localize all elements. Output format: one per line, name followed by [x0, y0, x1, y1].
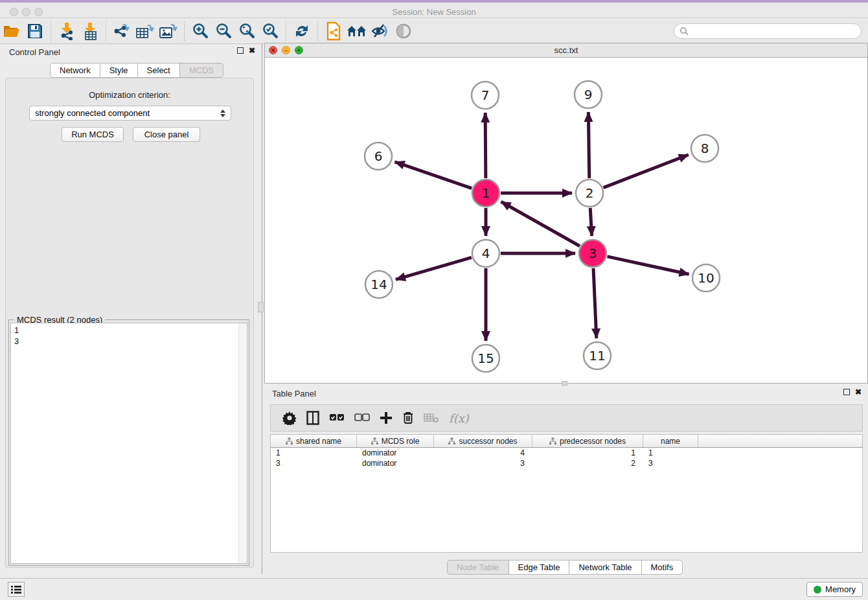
deselect-all-icon[interactable] — [354, 410, 370, 426]
table-cell[interactable]: dominator — [357, 458, 434, 468]
import-table-icon[interactable] — [78, 21, 102, 41]
close-panel-icon[interactable]: ✖ — [249, 47, 255, 54]
column-header-mcds-role[interactable]: MCDS role — [357, 435, 434, 447]
column-header-name[interactable]: name — [643, 435, 698, 447]
graph-edge-2-3[interactable] — [590, 208, 591, 236]
panel-divider-handle[interactable] — [258, 302, 264, 312]
select-all-icon[interactable] — [329, 410, 345, 426]
tab-edge-table[interactable]: Edge Table — [509, 560, 570, 575]
search-input[interactable] — [674, 23, 862, 39]
zoom-in-icon[interactable] — [188, 21, 212, 41]
graph-node-4[interactable]: 4 — [472, 240, 499, 267]
column-header-successor-nodes[interactable]: successor nodes — [434, 435, 532, 447]
hide-selected-icon[interactable] — [369, 21, 392, 41]
run-mcds-button[interactable]: Run MCDS — [62, 127, 124, 142]
tab-select[interactable]: Select — [138, 63, 180, 78]
table-cell[interactable]: 1 — [532, 448, 643, 458]
network-splitter-handle[interactable] — [562, 381, 567, 386]
float-panel-icon[interactable] — [237, 47, 244, 54]
graph-node-2[interactable]: 2 — [576, 179, 603, 207]
graph-node-9[interactable]: 9 — [575, 81, 602, 108]
column-header-shared-name[interactable]: shared name — [271, 435, 357, 447]
graph-edge-1-6[interactable] — [395, 162, 472, 189]
table-cell[interactable]: dominator — [357, 448, 434, 458]
column-header-filler — [698, 435, 862, 447]
task-history-button[interactable] — [8, 582, 25, 597]
graph-edge-2-9[interactable] — [588, 112, 589, 178]
zoom-selected-icon[interactable] — [258, 21, 282, 41]
network-window-titlebar[interactable]: ✕ – + scc.txt — [265, 43, 867, 58]
graph-node-6[interactable]: 6 — [365, 143, 392, 170]
table-cell[interactable]: 3 — [434, 458, 532, 468]
close-panel-button[interactable]: Close panel — [133, 127, 200, 142]
graph-node-7[interactable]: 7 — [472, 82, 499, 109]
float-table-panel-icon[interactable] — [843, 389, 850, 395]
svg-text:8: 8 — [701, 141, 709, 156]
delete-row-icon[interactable] — [402, 410, 414, 426]
open-file-icon[interactable] — [0, 21, 23, 41]
refresh-icon[interactable] — [290, 21, 314, 41]
graph-node-1[interactable]: 1 — [472, 179, 499, 207]
table-cell[interactable]: 3 — [271, 458, 357, 468]
gear-icon[interactable] — [282, 410, 297, 426]
export-table-icon[interactable] — [133, 21, 157, 41]
export-image-icon[interactable] — [157, 21, 180, 41]
table-cell[interactable]: 1 — [643, 448, 698, 458]
result-line: 3 — [14, 336, 244, 347]
svg-text:11: 11 — [589, 348, 605, 363]
table-cell-filler — [698, 458, 862, 468]
memory-button[interactable]: Memory — [806, 582, 863, 597]
tab-network[interactable]: Network — [50, 63, 100, 78]
function-builder-icon[interactable]: f(x) — [449, 410, 469, 426]
import-network-icon[interactable] — [55, 21, 78, 41]
tab-style[interactable]: Style — [100, 63, 138, 78]
column-header-predecessor-nodes[interactable]: predecessor nodes — [532, 435, 643, 447]
criterion-dropdown[interactable]: strongly connected component — [29, 106, 231, 121]
svg-text:2: 2 — [586, 185, 594, 201]
graph-node-11[interactable]: 11 — [584, 342, 611, 369]
svg-text:3: 3 — [589, 246, 597, 261]
table-cell[interactable]: 3 — [643, 458, 698, 468]
graph-node-8[interactable]: 8 — [691, 135, 718, 162]
graph-edge-1-7[interactable] — [485, 113, 486, 178]
table-header-row: shared name MCDS role successor nodes pr… — [271, 435, 862, 448]
tab-motifs[interactable]: Motifs — [642, 560, 683, 575]
graph-edge-3-10[interactable] — [607, 257, 689, 274]
table-cell[interactable]: 4 — [434, 448, 532, 458]
graph-node-10[interactable]: 10 — [692, 264, 720, 292]
graph-edge-3-1[interactable] — [501, 202, 580, 246]
tree-icon — [371, 437, 378, 444]
tab-node-table[interactable]: Node Table — [447, 560, 509, 575]
add-row-icon[interactable] — [380, 410, 393, 426]
graph-node-3[interactable]: 3 — [579, 240, 606, 267]
zoom-fit-icon[interactable] — [235, 21, 258, 41]
memory-label: Memory — [825, 584, 856, 594]
close-table-panel-icon[interactable]: ✖ — [855, 389, 862, 395]
result-scrollbar[interactable] — [238, 323, 247, 563]
export-network-icon[interactable] — [110, 21, 133, 41]
save-session-icon[interactable] — [23, 21, 47, 41]
table-cell[interactable]: 2 — [532, 458, 643, 468]
graph-node-14[interactable]: 14 — [365, 271, 393, 298]
mcds-result-box: MCDS result (2 nodes) 1 3 — [8, 319, 249, 566]
first-neighbors-icon[interactable] — [345, 21, 369, 41]
mcds-result-text[interactable]: 1 3 — [10, 323, 247, 564]
zoom-out-icon[interactable] — [212, 21, 235, 41]
delete-column-icon[interactable] — [424, 410, 439, 426]
table-cell[interactable]: 1 — [271, 448, 357, 458]
tab-mcds[interactable]: MCDS — [180, 63, 223, 78]
graph-edge-4-14[interactable] — [396, 257, 472, 279]
show-all-icon[interactable] — [392, 21, 415, 41]
graph-edge-3-11[interactable] — [593, 268, 597, 338]
tab-network-table[interactable]: Network Table — [569, 560, 641, 575]
network-canvas[interactable]: 7968124314101511 — [265, 58, 867, 383]
duplicate-network-icon[interactable] — [322, 21, 345, 41]
status-bar: Memory — [0, 578, 868, 600]
search-icon — [680, 27, 689, 36]
graph-node-15[interactable]: 15 — [472, 345, 499, 372]
table-row[interactable]: 1dominator411 — [271, 448, 862, 458]
optimization-criterion-label: Optimization criterion: — [6, 90, 253, 100]
table-row[interactable]: 3dominator323 — [271, 458, 862, 468]
columns-icon[interactable] — [306, 410, 319, 426]
graph-edge-2-8[interactable] — [603, 155, 688, 188]
